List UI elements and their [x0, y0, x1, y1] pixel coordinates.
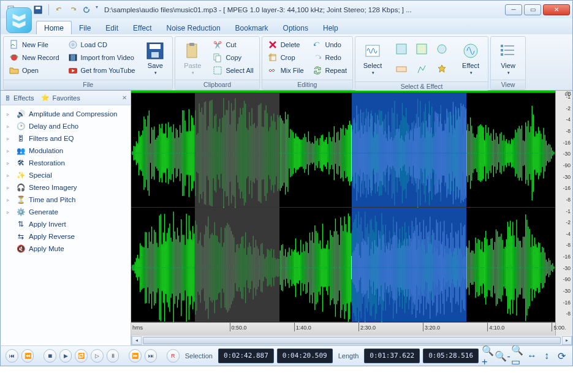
copy-button[interactable]: Copy [210, 51, 256, 64]
svg-point-6 [72, 44, 74, 46]
rewind-button[interactable]: ⏪ [21, 349, 34, 363]
horizontal-scrollbar[interactable]: ◂ ▸ [131, 336, 572, 345]
sidebar: 🎚Effects ⭐Favorites ✕ ▹🔊Amplitude and Co… [1, 91, 131, 336]
sidebar-item-generate[interactable]: ▹⚙️Generate [2, 206, 129, 218]
tab-edit[interactable]: Edit [98, 21, 126, 34]
effect-grid-4-icon[interactable] [392, 60, 411, 78]
close-button[interactable]: ✕ [543, 4, 570, 15]
skip-start-button[interactable]: ⏮ [6, 349, 18, 363]
zoom-reset-button[interactable]: ⟳ [555, 350, 567, 362]
repeat-icon [313, 66, 322, 75]
selection-region-gray[interactable] [195, 208, 279, 322]
new-file-button[interactable]: New File [6, 39, 63, 51]
length-time-b: 0:05:28.516 [423, 349, 479, 363]
record-button[interactable]: R [167, 349, 180, 363]
svg-rect-27 [504, 45, 514, 47]
effect-button[interactable]: Effect [456, 39, 485, 77]
sidebar-tab-effects[interactable]: 🎚Effects [4, 94, 34, 102]
tab-options[interactable]: Options [276, 21, 316, 34]
zoom-selection-button[interactable]: 🔍▭ [511, 350, 523, 362]
selection-region-blue[interactable] [352, 93, 466, 207]
open-button[interactable]: Open [6, 64, 63, 77]
undo-icon[interactable] [54, 4, 65, 15]
tab-noise-reduction[interactable]: Noise Reduction [159, 21, 228, 34]
pin-icon[interactable]: ✕ [122, 94, 127, 101]
sidebar-item-mute[interactable]: 🔇Apply Mute [2, 243, 129, 255]
zoom-out-button[interactable]: 🔍- [496, 350, 509, 362]
save-button[interactable]: Save [140, 39, 170, 77]
undo-button[interactable]: Undo [309, 39, 350, 51]
sidebar-tab-favorites[interactable]: ⭐Favorites [41, 94, 80, 102]
qa-dropdown-icon[interactable]: ▾ [96, 4, 98, 15]
new-record-button[interactable]: New Record [6, 51, 63, 64]
stop-button[interactable]: ⏹ [44, 349, 56, 363]
cut-button[interactable]: ✂️Cut [210, 39, 256, 51]
tab-file[interactable]: File [72, 21, 98, 34]
db-mark: -90 [563, 162, 571, 168]
sidebar-item-invert[interactable]: ⇅Apply Invert [2, 218, 129, 230]
zoom-vertical-button[interactable]: ↕ [541, 350, 553, 362]
sidebar-item-filters[interactable]: ▹🎛Filters and EQ [2, 132, 129, 145]
delete-button[interactable]: Delete [265, 39, 307, 51]
skip-end-button[interactable]: ⏭ [145, 349, 157, 363]
repeat-button[interactable]: Repeat [309, 64, 350, 77]
waveform-column[interactable]: hms 0:50.01:40.02:30.03:20.04:10.05:00. [131, 91, 555, 336]
scroll-left-button[interactable]: ◂ [132, 336, 142, 345]
expand-icon: ▹ [7, 209, 13, 215]
waveform-channel-right[interactable] [131, 208, 555, 322]
redo-icon[interactable] [67, 4, 78, 15]
load-cd-button[interactable]: Load CD [65, 39, 139, 51]
scroll-thumb[interactable] [143, 337, 561, 344]
fast-forward-button[interactable]: ⏩ [129, 349, 142, 363]
zoom-controls: 🔍+ 🔍- 🔍▭ ↔ ↕ ⟳ [482, 350, 567, 362]
timeline-ruler[interactable]: hms 0:50.01:40.02:30.03:20.04:10.05:00. [131, 322, 555, 336]
effect-grid-1-icon[interactable] [392, 40, 411, 58]
selection-region-blue[interactable] [352, 208, 466, 322]
sidebar-item-special[interactable]: ▹✨Special [2, 169, 129, 181]
play-loop-button[interactable]: 🔁 [75, 349, 88, 363]
app-logo[interactable] [6, 7, 32, 33]
save-icon[interactable] [32, 4, 44, 15]
ribbon-label-select-effect: Select & Effect [355, 81, 488, 91]
sidebar-item-time-pitch[interactable]: ▹⏳Time and Pitch [2, 194, 129, 206]
sidebar-item-stereo[interactable]: ▹🎧Stereo Imagery [2, 181, 129, 194]
select-all-button[interactable]: Select All [210, 64, 256, 77]
tab-bookmark[interactable]: Bookmark [228, 21, 276, 34]
import-video-button[interactable]: Import from Video [65, 51, 139, 64]
refresh-icon[interactable] [81, 4, 92, 15]
db-mark: -1 [566, 94, 571, 100]
selection-region-gray[interactable] [195, 93, 279, 207]
redo-button[interactable]: Redo [309, 51, 350, 64]
select-button[interactable]: Select [358, 39, 387, 77]
sidebar-item-delay[interactable]: ▹🕑Delay and Echo [2, 120, 129, 132]
sidebar-item-reverse[interactable]: ⇆Apply Reverse [2, 230, 129, 243]
sidebar-item-amplitude[interactable]: ▹🔊Amplitude and Compression [2, 108, 129, 120]
crop-button[interactable]: Crop [265, 51, 307, 64]
mix-file-button[interactable]: Mix File [265, 64, 307, 77]
tab-home[interactable]: Home [36, 21, 72, 34]
scroll-track[interactable] [142, 336, 562, 345]
play-selection-button[interactable]: ▷ [91, 349, 104, 363]
paste-button[interactable]: Paste [178, 39, 207, 77]
view-button[interactable]: View [493, 39, 523, 77]
tab-effect[interactable]: Effect [126, 21, 159, 34]
effect-grid-2-icon[interactable] [412, 40, 431, 58]
maximize-button[interactable]: ▭ [524, 4, 541, 15]
zoom-fit-button[interactable]: ↔ [526, 350, 538, 362]
youtube-button[interactable]: Get from YouTube [65, 64, 139, 77]
pause-button[interactable]: ⏸ [107, 349, 120, 363]
effect-grid-5-icon[interactable] [412, 60, 431, 78]
effect-grid-3-icon[interactable] [433, 40, 451, 58]
minimize-button[interactable]: ─ [505, 4, 522, 15]
effect-grid-6-icon[interactable] [433, 60, 451, 78]
expand-icon: ▹ [7, 185, 13, 190]
sparkle-icon: ✨ [16, 170, 26, 180]
play-button[interactable]: ▶ [59, 349, 72, 363]
scroll-right-button[interactable]: ▸ [562, 336, 572, 345]
waveform-channel-left[interactable] [131, 93, 555, 208]
zoom-in-button[interactable]: 🔍+ [482, 350, 494, 362]
sidebar-item-restoration[interactable]: ▹🛠Restoration [2, 157, 129, 169]
tab-help[interactable]: Help [316, 21, 346, 34]
sidebar-item-modulation[interactable]: ▹👥Modulation [2, 145, 129, 157]
db-mark: -4 [566, 231, 571, 237]
